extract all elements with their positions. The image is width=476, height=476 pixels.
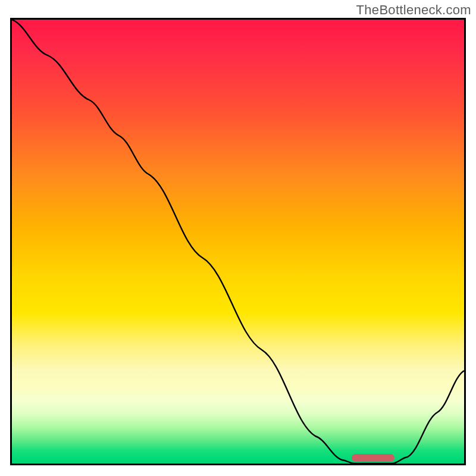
watermark-text: TheBottleneck.com [356, 2, 471, 18]
plot-area [10, 18, 466, 465]
chart-frame: TheBottleneck.com [0, 0, 476, 476]
optimal-range-marker [352, 454, 394, 462]
curve-path [12, 20, 464, 464]
bottleneck-curve [12, 20, 464, 464]
